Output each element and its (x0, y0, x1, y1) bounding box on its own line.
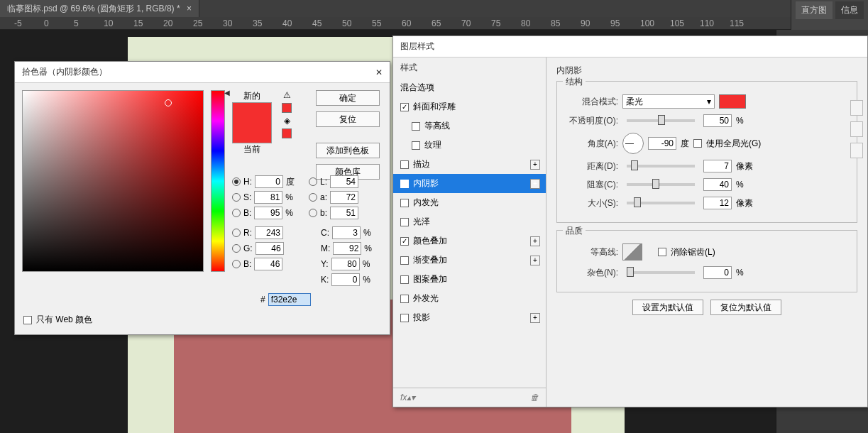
cube-icon[interactable]: ◈ (284, 116, 290, 126)
add-instance-icon[interactable]: + (530, 256, 540, 265)
b-radio[interactable] (232, 209, 241, 217)
h-input[interactable] (255, 175, 283, 188)
choke-input[interactable] (703, 178, 732, 191)
hue-slider[interactable]: ◀ (211, 90, 225, 272)
s-input[interactable] (254, 191, 282, 204)
m-input[interactable] (333, 242, 361, 255)
style-item-0[interactable]: 斜面和浮雕 (393, 97, 546, 116)
panel-tab-histogram[interactable]: 直方图 (796, 1, 833, 19)
style-checkbox[interactable] (400, 218, 409, 226)
cube-swatch[interactable] (282, 128, 292, 138)
set-default-button[interactable]: 设置为默认值 (632, 300, 703, 315)
only-web-checkbox[interactable] (23, 316, 32, 324)
a-input[interactable] (330, 191, 358, 204)
style-checkbox[interactable] (412, 122, 420, 131)
ruler-mark: 15 (133, 18, 143, 28)
style-label: 投影 (413, 312, 430, 324)
style-item-3[interactable]: 描边+ (393, 155, 546, 174)
style-item-5[interactable]: 内发光 (393, 193, 546, 212)
noise-slider[interactable] (627, 271, 695, 274)
style-checkbox[interactable] (400, 256, 409, 265)
style-item-9[interactable]: 图案叠加 (393, 270, 546, 289)
style-item-8[interactable]: 渐变叠加+ (393, 251, 546, 270)
l-input[interactable] (330, 175, 358, 188)
add-instance-icon[interactable]: + (530, 179, 540, 189)
distance-input[interactable] (703, 160, 732, 172)
side-button[interactable] (850, 143, 863, 158)
style-item-6[interactable]: 光泽 (393, 212, 546, 231)
style-checkbox[interactable] (400, 199, 409, 207)
style-item-1[interactable]: 等高线 (393, 116, 546, 136)
l-radio[interactable] (309, 177, 317, 186)
choke-slider[interactable] (627, 183, 695, 186)
s-radio[interactable] (232, 193, 241, 202)
ok-button[interactable]: 确定 (316, 90, 380, 106)
style-checkbox[interactable] (400, 275, 409, 284)
style-checkbox[interactable] (400, 314, 409, 322)
add-instance-icon[interactable]: + (530, 313, 540, 323)
dialog-side-buttons (850, 100, 863, 158)
dialog-title-bar[interactable]: 图层样式 (393, 36, 867, 57)
k-input[interactable] (331, 273, 360, 286)
blend-options-item[interactable]: 混合选项 (393, 78, 546, 97)
close-icon[interactable]: × (187, 4, 192, 13)
close-icon[interactable]: ✕ (375, 67, 383, 77)
side-button[interactable] (850, 121, 863, 137)
style-item-4[interactable]: 内阴影+ (393, 174, 546, 193)
c-input[interactable] (332, 226, 361, 239)
size-slider[interactable] (627, 202, 695, 204)
y-input[interactable] (331, 258, 360, 270)
fx-label[interactable]: fx (400, 393, 407, 402)
g-input[interactable] (256, 242, 284, 255)
style-item-7[interactable]: 颜色叠加+ (393, 231, 546, 251)
add-instance-icon[interactable]: + (530, 236, 540, 246)
style-checkbox[interactable] (400, 180, 409, 188)
new-color-swatch[interactable] (233, 103, 271, 123)
panel-tab-info[interactable]: 信息 (835, 1, 864, 19)
antialias-checkbox[interactable] (658, 248, 666, 256)
styles-header[interactable]: 样式 (393, 57, 546, 78)
dialog-title-bar[interactable]: 拾色器（内阴影颜色） ✕ (15, 62, 390, 83)
style-checkbox[interactable] (400, 103, 409, 111)
noise-input[interactable] (703, 266, 732, 279)
distance-slider[interactable] (627, 165, 695, 168)
r-input[interactable] (255, 226, 283, 239)
angle-dial[interactable] (622, 133, 644, 154)
cancel-button[interactable]: 复位 (316, 111, 380, 127)
style-item-10[interactable]: 外发光 (393, 289, 546, 308)
style-checkbox[interactable] (400, 295, 409, 303)
style-checkbox[interactable] (412, 141, 420, 150)
b2-input[interactable] (254, 258, 282, 270)
size-input[interactable] (703, 197, 732, 209)
shadow-color-swatch[interactable] (719, 94, 746, 109)
warning-icon[interactable]: ⚠ (283, 90, 291, 100)
global-light-checkbox[interactable] (693, 139, 702, 148)
hex-input[interactable] (268, 293, 311, 306)
lb-input[interactable] (330, 207, 358, 219)
b2-radio[interactable] (232, 260, 241, 268)
contour-picker[interactable] (622, 243, 642, 261)
opacity-slider[interactable] (627, 119, 695, 122)
a-radio[interactable] (309, 193, 317, 202)
style-checkbox[interactable] (400, 237, 409, 246)
document-tab[interactable]: 临摹图标.psd @ 69.6% (圆角矩形 1, RGB/8) * × (0, 0, 199, 18)
style-item-11[interactable]: 投影+ (393, 308, 546, 327)
h-radio[interactable] (232, 177, 241, 186)
style-checkbox[interactable] (400, 160, 409, 169)
trash-icon[interactable]: 🗑 (530, 393, 539, 402)
g-radio[interactable] (232, 244, 241, 253)
reset-default-button[interactable]: 复位为默认值 (710, 300, 781, 315)
warning-swatch[interactable] (282, 103, 292, 113)
opacity-input[interactable] (703, 114, 732, 127)
lb-radio[interactable] (309, 209, 317, 217)
color-field[interactable] (22, 90, 204, 272)
style-item-2[interactable]: 纹理 (393, 136, 546, 155)
side-button[interactable] (850, 100, 863, 116)
add-swatch-button[interactable]: 添加到色板 (316, 143, 380, 158)
blend-mode-select[interactable]: 柔光▾ (622, 94, 715, 109)
current-color-swatch[interactable] (233, 123, 271, 143)
angle-input[interactable] (648, 137, 676, 150)
b-input[interactable] (254, 207, 282, 219)
r-radio[interactable] (232, 229, 241, 237)
add-instance-icon[interactable]: + (530, 160, 540, 170)
